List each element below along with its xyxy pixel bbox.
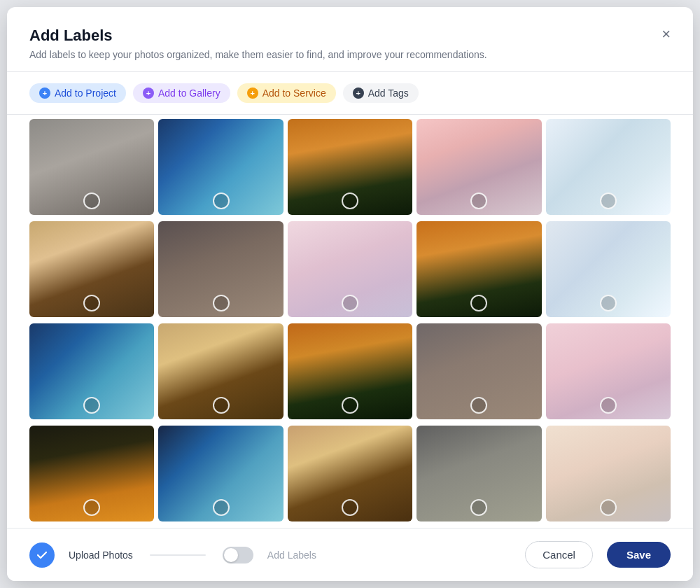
tab-tags[interactable]: + Add Tags bbox=[343, 83, 419, 103]
photo-cell[interactable] bbox=[288, 323, 412, 419]
photo-cell[interactable] bbox=[288, 119, 412, 215]
photo-cell[interactable] bbox=[288, 426, 412, 522]
photo-cell[interactable] bbox=[546, 426, 671, 522]
tab-gallery[interactable]: + Add to Gallery bbox=[133, 83, 230, 103]
photo-select-circle[interactable] bbox=[600, 192, 617, 209]
photo-cell[interactable] bbox=[158, 426, 283, 522]
save-button[interactable]: Save bbox=[607, 542, 671, 568]
photo-select-circle[interactable] bbox=[600, 397, 617, 414]
photo-cell[interactable] bbox=[416, 221, 541, 317]
photo-cell[interactable] bbox=[158, 323, 283, 419]
step2-label: Add Labels bbox=[267, 550, 316, 561]
photo-select-circle[interactable] bbox=[83, 295, 100, 312]
photo-cell[interactable] bbox=[158, 221, 283, 317]
photo-cell[interactable] bbox=[546, 323, 671, 419]
tab-project-icon: + bbox=[39, 88, 50, 99]
tab-service-label: Add to Service bbox=[262, 88, 326, 99]
footer: Upload Photos Add Labels Cancel Save bbox=[7, 528, 693, 581]
tab-tags-icon: + bbox=[353, 88, 364, 99]
photo-select-circle[interactable] bbox=[213, 192, 230, 209]
add-labels-modal: Add Labels Add labels to keep your photo… bbox=[7, 7, 693, 581]
cancel-button[interactable]: Cancel bbox=[525, 541, 593, 568]
photo-select-circle[interactable] bbox=[83, 499, 100, 516]
step2-toggle[interactable] bbox=[223, 547, 253, 564]
photo-select-circle[interactable] bbox=[470, 295, 487, 312]
tab-gallery-label: Add to Gallery bbox=[158, 88, 220, 99]
photo-cell[interactable] bbox=[546, 119, 671, 215]
photo-cell[interactable] bbox=[416, 426, 541, 522]
step1-label: Upload Photos bbox=[69, 550, 133, 561]
photo-select-circle[interactable] bbox=[342, 192, 358, 209]
photo-select-circle[interactable] bbox=[600, 295, 617, 312]
tab-project-label: Add to Project bbox=[55, 88, 116, 99]
photo-select-circle[interactable] bbox=[470, 499, 487, 516]
tabs-row: + Add to Project + Add to Gallery + Add … bbox=[7, 72, 693, 115]
photo-select-circle[interactable] bbox=[83, 397, 100, 414]
photo-select-circle[interactable] bbox=[83, 192, 100, 209]
photo-select-circle[interactable] bbox=[213, 499, 230, 516]
photo-cell[interactable] bbox=[29, 426, 154, 522]
tab-project[interactable]: + Add to Project bbox=[29, 83, 126, 103]
photo-select-circle[interactable] bbox=[470, 192, 487, 209]
tab-service[interactable]: + Add to Service bbox=[237, 83, 336, 103]
step-divider bbox=[150, 554, 206, 556]
photo-select-circle[interactable] bbox=[342, 295, 358, 312]
close-button[interactable]: × bbox=[659, 24, 673, 45]
modal-title: Add Labels bbox=[29, 27, 671, 45]
photo-select-circle[interactable] bbox=[600, 499, 617, 516]
photo-select-circle[interactable] bbox=[342, 397, 358, 414]
tab-gallery-icon: + bbox=[143, 88, 154, 99]
modal-subtitle: Add labels to keep your photos organized… bbox=[29, 49, 671, 60]
photo-cell[interactable] bbox=[546, 221, 671, 317]
photo-select-circle[interactable] bbox=[213, 397, 230, 414]
step1-check bbox=[29, 542, 55, 568]
check-icon bbox=[36, 549, 48, 561]
photo-grid bbox=[7, 115, 693, 528]
photo-cell[interactable] bbox=[29, 323, 154, 419]
photo-cell[interactable] bbox=[29, 221, 154, 317]
photo-cell[interactable] bbox=[288, 221, 412, 317]
photo-cell[interactable] bbox=[29, 119, 154, 215]
toggle-knob bbox=[224, 548, 238, 562]
photo-select-circle[interactable] bbox=[342, 499, 358, 516]
photo-cell[interactable] bbox=[158, 119, 283, 215]
photo-cell[interactable] bbox=[416, 323, 541, 419]
tab-tags-label: Add Tags bbox=[368, 88, 409, 99]
tab-service-icon: + bbox=[247, 88, 258, 99]
photo-cell[interactable] bbox=[416, 119, 541, 215]
modal-header: Add Labels Add labels to keep your photo… bbox=[7, 7, 693, 72]
photo-select-circle[interactable] bbox=[470, 397, 487, 414]
photo-select-circle[interactable] bbox=[213, 295, 230, 312]
